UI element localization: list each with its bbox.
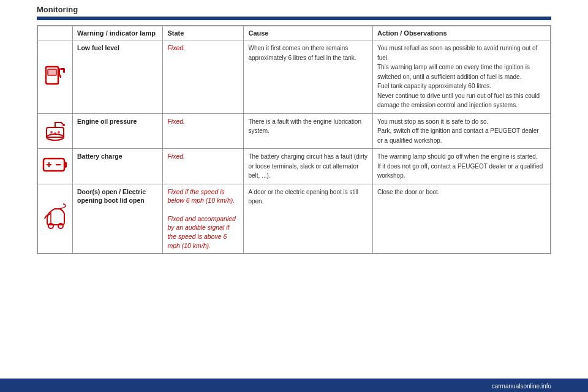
table-row: Battery charge Fixed. The battery chargi… — [38, 149, 551, 184]
warning-label-fuel: Low fuel level — [73, 40, 163, 114]
table-header-row: Warning / indicator lamp State Cause Act… — [38, 26, 551, 40]
state-cell-battery: Fixed. — [163, 149, 244, 184]
col-state-header: State — [163, 26, 244, 40]
action-cell-oil: You must stop as soon it is safe to do s… — [372, 113, 550, 149]
action-cell-door: Close the door or boot. — [372, 184, 550, 254]
oil-pressure-icon — [43, 118, 67, 142]
icon-cell-fuel — [38, 40, 73, 114]
cause-cell-battery: The battery charging circuit has a fault… — [244, 149, 373, 184]
col-action-header: Action / Observations — [372, 26, 550, 40]
cause-cell-oil: There is a fault with the engine lubrica… — [244, 113, 373, 149]
state-cell-door: Fixed if the speed is below 6 mph (10 km… — [163, 184, 244, 254]
svg-rect-13 — [64, 162, 67, 168]
battery-icon — [42, 154, 68, 176]
svg-point-10 — [54, 132, 56, 135]
table-row: Low fuel level Fixed. When it first come… — [38, 40, 551, 114]
svg-rect-5 — [63, 68, 65, 73]
fuel-icon — [43, 62, 67, 89]
svg-point-9 — [50, 131, 53, 134]
col-icon-header — [38, 26, 73, 40]
action-cell-battery: The warning lamp should go off when the … — [372, 149, 550, 184]
state-cell-fuel: Fixed. — [163, 40, 244, 114]
col-warning-header: Warning / indicator lamp — [73, 26, 163, 40]
warning-label-door: Door(s) open / Electric opening boot lid… — [73, 184, 163, 254]
bottom-site: carmanualsonline.info — [492, 383, 551, 390]
page-header: Monitoring — [0, 0, 588, 17]
main-table-wrapper: Warning / indicator lamp State Cause Act… — [37, 25, 551, 254]
action-cell-fuel: You must refuel as soon as possible to a… — [372, 40, 550, 114]
icon-cell-oil — [38, 113, 73, 149]
icon-cell-battery — [38, 149, 73, 184]
table-row: Engine oil pressure Fixed. There is a fa… — [38, 113, 551, 149]
header-bar — [37, 17, 551, 20]
page-title: Monitoring — [37, 5, 78, 14]
bottom-bar: carmanualsonline.info — [0, 379, 588, 392]
table-row: Door(s) open / Electric opening boot lid… — [38, 184, 551, 254]
col-cause-header: Cause — [244, 26, 373, 40]
warning-table: Warning / indicator lamp State Cause Act… — [37, 26, 551, 254]
svg-point-11 — [58, 131, 60, 134]
cause-cell-door: A door or the electric opening boot is s… — [244, 184, 373, 254]
svg-point-8 — [62, 124, 65, 126]
warning-label-oil: Engine oil pressure — [73, 113, 163, 149]
state-cell-oil: Fixed. — [163, 113, 244, 149]
cause-cell-fuel: When it first comes on there remains app… — [244, 40, 373, 114]
warning-label-battery: Battery charge — [73, 149, 163, 184]
icon-cell-door — [38, 184, 73, 254]
svg-rect-1 — [48, 69, 56, 75]
door-icon — [42, 202, 68, 233]
